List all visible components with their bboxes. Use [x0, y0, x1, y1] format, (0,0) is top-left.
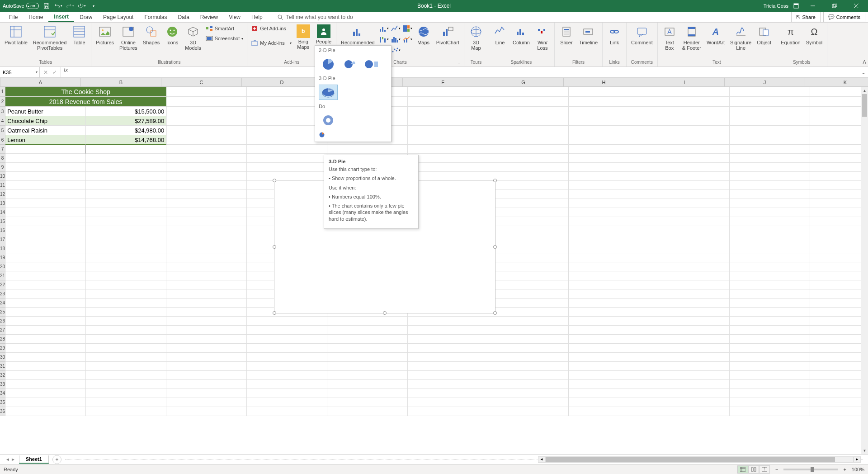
cell-B24[interactable]	[86, 299, 166, 308]
cell-C18[interactable]	[166, 244, 247, 253]
cell-B35[interactable]	[86, 398, 166, 407]
cell-I26[interactable]	[649, 317, 730, 326]
cell-G14[interactable]	[488, 208, 569, 217]
row-header-20[interactable]: 20	[0, 262, 5, 271]
column-header-J[interactable]: J	[725, 78, 805, 86]
cell-J1[interactable]	[730, 87, 810, 97]
cell-K25[interactable]	[810, 308, 868, 317]
cell-C5[interactable]	[166, 126, 247, 135]
cell-E30[interactable]	[327, 353, 408, 362]
cell-D8[interactable]	[247, 154, 327, 163]
row-header-23[interactable]: 23	[0, 289, 5, 299]
cell-H6[interactable]	[569, 135, 649, 145]
cell-K4[interactable]	[810, 116, 868, 126]
cell-D34[interactable]	[247, 389, 327, 398]
cell-G8[interactable]	[488, 154, 569, 163]
cell-E31[interactable]	[327, 362, 408, 371]
cell-G1[interactable]	[488, 87, 569, 97]
tab-help[interactable]: Help	[246, 12, 268, 22]
cell-K26[interactable]	[810, 317, 868, 326]
cell-H33[interactable]	[569, 380, 649, 389]
scroll-down-button[interactable]: ▼	[861, 447, 868, 454]
cell-A34[interactable]	[5, 389, 86, 398]
cell-J23[interactable]	[730, 289, 810, 299]
resize-handle-e[interactable]	[493, 245, 497, 249]
cell-B15[interactable]	[86, 217, 166, 226]
sparkline-line-button[interactable]: Line	[491, 24, 509, 46]
zoom-slider[interactable]	[783, 469, 838, 470]
cell-G5[interactable]	[488, 126, 569, 135]
cell-A14[interactable]	[5, 208, 86, 217]
cell-B4[interactable]: $27,589.00	[86, 116, 166, 126]
cell-H28[interactable]	[569, 335, 649, 344]
cell-C27[interactable]	[166, 326, 247, 335]
maps-button[interactable]: Maps	[415, 24, 433, 46]
cell-K6[interactable]	[810, 135, 868, 145]
row-header-3[interactable]: 3	[0, 107, 5, 116]
row-header-13[interactable]: 13	[0, 199, 5, 208]
close-button[interactable]	[847, 0, 865, 12]
cell-A2[interactable]: 2018 Revenue from Sales	[5, 97, 166, 107]
cell-J7[interactable]	[730, 145, 810, 154]
minimize-button[interactable]	[804, 0, 822, 12]
cell-C20[interactable]	[166, 262, 247, 271]
cell-G2[interactable]	[488, 97, 569, 107]
zoom-in-button[interactable]: +	[841, 467, 848, 472]
cell-A3[interactable]: Peanut Butter	[5, 107, 86, 116]
cell-A9[interactable]	[5, 163, 86, 172]
cell-F9[interactable]	[408, 163, 488, 172]
cell-H11[interactable]	[569, 181, 649, 190]
cell-J25[interactable]	[730, 308, 810, 317]
cell-H12[interactable]	[569, 190, 649, 199]
cell-K13[interactable]	[810, 199, 868, 208]
cell-J24[interactable]	[730, 299, 810, 308]
cell-B34[interactable]	[86, 389, 166, 398]
table-button[interactable]: Table	[70, 24, 88, 46]
cell-I6[interactable]	[649, 135, 730, 145]
cell-A35[interactable]	[5, 398, 86, 407]
cell-B36[interactable]	[86, 407, 166, 416]
cell-I28[interactable]	[649, 335, 730, 344]
cell-K29[interactable]	[810, 344, 868, 353]
cell-G17[interactable]	[488, 235, 569, 244]
save-icon[interactable]	[42, 2, 51, 10]
cell-C10[interactable]	[166, 172, 247, 181]
cell-G36[interactable]	[488, 407, 569, 416]
cell-G12[interactable]	[488, 190, 569, 199]
cell-B7[interactable]	[86, 145, 166, 154]
cell-A12[interactable]	[5, 190, 86, 199]
cell-H4[interactable]	[569, 116, 649, 126]
column-header-F[interactable]: F	[403, 78, 483, 86]
cell-J16[interactable]	[730, 226, 810, 235]
cell-H22[interactable]	[569, 280, 649, 289]
cell-C16[interactable]	[166, 226, 247, 235]
cell-C12[interactable]	[166, 190, 247, 199]
cell-C28[interactable]	[166, 335, 247, 344]
screenshot-button[interactable]: Screenshot▾	[205, 33, 245, 43]
combo-chart-button[interactable]: ▾	[402, 34, 413, 44]
cell-H16[interactable]	[569, 226, 649, 235]
cell-K23[interactable]	[810, 289, 868, 299]
cell-D36[interactable]	[247, 407, 327, 416]
cell-K21[interactable]	[810, 271, 868, 280]
vertical-scrollbar[interactable]: ▲ ▼	[861, 87, 868, 454]
autosave-toggle[interactable]: AutoSave ● Off	[3, 3, 39, 9]
cell-C4[interactable]	[166, 116, 247, 126]
cell-K12[interactable]	[810, 190, 868, 199]
cell-G10[interactable]	[488, 172, 569, 181]
cell-K33[interactable]	[810, 380, 868, 389]
cell-H15[interactable]	[569, 217, 649, 226]
cell-J15[interactable]	[730, 217, 810, 226]
pie-3d-option[interactable]	[319, 85, 338, 100]
cell-H27[interactable]	[569, 326, 649, 335]
cell-G21[interactable]	[488, 271, 569, 280]
cell-C6[interactable]	[166, 135, 247, 145]
row-header-2[interactable]: 2	[0, 97, 5, 107]
cell-H10[interactable]	[569, 172, 649, 181]
cell-B27[interactable]	[86, 326, 166, 335]
cell-E36[interactable]	[327, 407, 408, 416]
spreadsheet-grid[interactable]: ABCDEFGHIJK 1234567891011121314151617181…	[0, 78, 868, 454]
cell-K30[interactable]	[810, 353, 868, 362]
bing-maps-button[interactable]: bBing Maps	[294, 24, 312, 51]
cell-B19[interactable]	[86, 253, 166, 262]
